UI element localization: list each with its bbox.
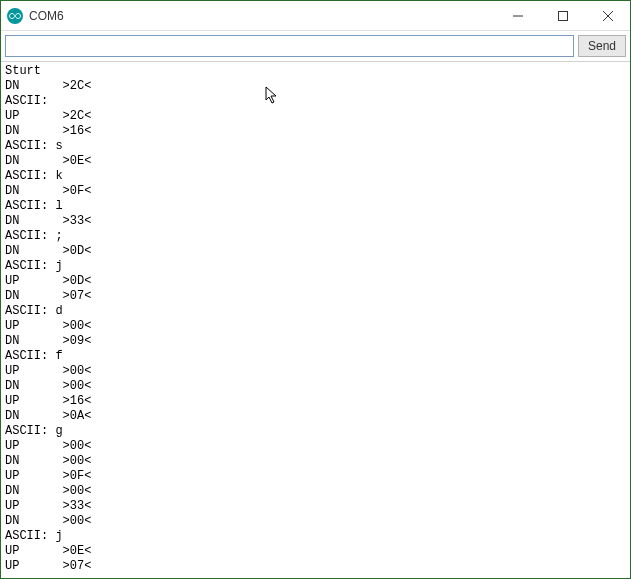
send-button[interactable]: Send <box>578 35 626 57</box>
arduino-icon <box>7 8 23 24</box>
maximize-button[interactable] <box>540 1 585 31</box>
serial-input[interactable] <box>5 35 574 57</box>
minimize-button[interactable] <box>495 1 540 31</box>
svg-rect-1 <box>558 11 567 20</box>
window-title: COM6 <box>29 9 64 23</box>
window-controls <box>495 1 630 31</box>
close-button[interactable] <box>585 1 630 31</box>
serial-console: Sturt DN >2C< ASCII: UP >2C< DN >16< ASC… <box>1 62 630 578</box>
titlebar: COM6 <box>1 1 630 31</box>
send-toolbar: Send <box>1 31 630 62</box>
